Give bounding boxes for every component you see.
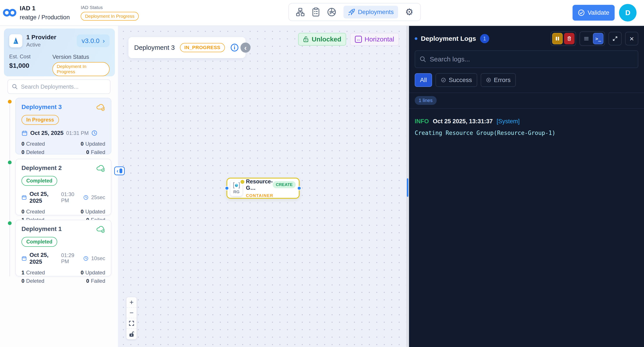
azure-provider-tile — [9, 34, 22, 47]
est-cost-value: $1,000 — [9, 62, 52, 69]
log-action-group — [550, 31, 576, 46]
expand-panel-button[interactable] — [608, 32, 622, 45]
deployment-date: Oct 25, 2025 — [29, 191, 58, 204]
timeline-line — [10, 102, 10, 276]
collapse-sidebar-button[interactable]: ‹ — [114, 166, 125, 175]
validate-button[interactable]: Validate — [572, 5, 615, 21]
provider-version-chip[interactable]: v3.0.0 › — [77, 35, 110, 47]
diagram-canvas[interactable]: Deployment 3 IN_PROGRESS ‹ Unlocked — [118, 26, 406, 347]
tab-deployments[interactable]: Deployments — [344, 6, 398, 19]
deployment-time: 01:30 PM — [61, 191, 81, 204]
trash-icon — [567, 36, 572, 41]
resource-group-abbr: RG — [233, 190, 240, 194]
plus-icon: + — [130, 298, 134, 306]
log-output[interactable]: INFO Oct 25 2025, 13:31:37 [System] Crea… — [415, 109, 638, 136]
gear-icon: ⚙ — [405, 8, 414, 17]
layout-direction-badge[interactable]: ↔ Horizontal — [350, 33, 399, 46]
infinity-icon — [3, 8, 17, 18]
lock-icon — [129, 331, 134, 337]
stat-created: 1Created — [22, 270, 63, 276]
avatar-initial: D — [625, 9, 630, 17]
info-icon[interactable] — [230, 43, 239, 52]
deployment-card-1[interactable]: Deployment 1 Completed Oct 25, 2025 01:2… — [15, 220, 111, 276]
close-icon: × — [630, 35, 634, 43]
plan-view-button[interactable] — [312, 8, 320, 17]
unlocked-label: Unlocked — [312, 36, 341, 43]
node-title: Resource-G… — [246, 178, 273, 191]
log-lines-strip: 1 lines — [409, 93, 644, 109]
live-dot-icon — [415, 37, 417, 40]
panel-resize-handle[interactable] — [407, 178, 408, 197]
search-logs-input[interactable] — [430, 56, 634, 63]
chevron-left-icon: ‹ — [244, 44, 246, 52]
stat-deleted: 0Deleted — [22, 278, 63, 284]
user-avatar[interactable]: D — [619, 4, 636, 22]
search-deployments-input[interactable] — [21, 83, 106, 90]
top-header: IAD 1 reatge / Production IAD Status Dep… — [0, 0, 644, 26]
stat-created: 0Created — [22, 209, 63, 215]
deployment-card-3[interactable]: Deployment 3 In Progress Oct 25, 2025 01… — [15, 98, 111, 154]
azure-icon — [12, 37, 20, 45]
clipboard-icon — [312, 8, 320, 17]
timeline-dot-completed — [8, 221, 12, 225]
deployments-sidebar: 1 Provider Active v3.0.0 › Est. Cost $1,… — [0, 26, 118, 347]
deployment-status-badge: In Progress — [22, 115, 59, 125]
provider-summary-card[interactable]: 1 Provider Active v3.0.0 › Est. Cost $1,… — [4, 29, 115, 76]
architecture-view-button[interactable] — [296, 8, 305, 17]
app-root: IAD 1 reatge / Production IAD Status Dep… — [0, 0, 644, 347]
tab-deployments-label: Deployments — [358, 9, 394, 16]
list-view-button[interactable] — [581, 33, 592, 44]
deployment-card-2[interactable]: Deployment 2 Completed Oct 25, 2025 01:3… — [15, 159, 111, 215]
filter-success-button[interactable]: Success — [436, 73, 477, 87]
log-source: [System] — [497, 118, 520, 125]
deployment-date: Oct 25, 2025 — [29, 252, 58, 265]
filter-all-button[interactable]: All — [415, 73, 432, 87]
filter-errors-button[interactable]: Errors — [481, 73, 516, 87]
terminal-icon: >_ — [595, 36, 601, 42]
deployment-date: Oct 25, 2025 — [30, 130, 64, 136]
view-switch-toolbar: $ Deployments ⚙ — [288, 3, 421, 21]
iad-status-block: IAD Status Deployment In Progress — [81, 5, 139, 21]
log-level: INFO — [415, 118, 429, 125]
resource-group-node[interactable]: RG Resource-G… CREATE CONTAINER — [226, 178, 300, 199]
node-connector-right[interactable] — [297, 186, 302, 190]
search-icon — [420, 56, 426, 63]
terminal-view-button[interactable]: >_ — [593, 33, 604, 44]
deployment-name: Deployment 2 — [22, 165, 62, 172]
log-timestamp: Oct 25 2025, 13:31:37 — [433, 118, 493, 125]
log-view-group: >_ — [580, 31, 605, 46]
chevron-right-icon: › — [102, 37, 105, 45]
log-message: Creating Resource Group(Resource-Group-1… — [415, 130, 638, 136]
clock-icon — [83, 195, 88, 200]
node-type-label: CONTAINER — [246, 193, 296, 198]
fit-view-button[interactable] — [126, 318, 136, 329]
deployment-name: Deployment 3 — [22, 104, 62, 111]
node-connector-left[interactable] — [225, 186, 229, 190]
zoom-out-button[interactable]: − — [126, 308, 136, 318]
collapse-deployment-header-button[interactable]: ‹ — [240, 43, 250, 53]
filter-all-label: All — [420, 77, 427, 84]
page-title: IAD 1 — [20, 5, 70, 12]
deployment-status-badge: Completed — [22, 237, 57, 247]
logs-panel-title: Deployment Logs — [421, 35, 476, 42]
panel-resize-divider[interactable] — [406, 26, 409, 347]
close-panel-button[interactable]: × — [625, 32, 638, 45]
lock-toggle-badge[interactable]: Unlocked — [298, 33, 346, 46]
horizontal-label: Horizontal — [364, 36, 394, 43]
calendar-icon — [22, 194, 27, 200]
cost-view-button[interactable]: $ — [327, 8, 336, 17]
brand-infinity-logo[interactable] — [0, 8, 20, 18]
cloud-check-icon — [96, 225, 105, 233]
calendar-icon — [22, 255, 27, 261]
cloud-check-icon — [96, 165, 105, 172]
clear-logs-button[interactable] — [564, 33, 574, 44]
check-circle-icon — [578, 9, 585, 16]
provider-count: 1 Provider — [26, 34, 77, 41]
chevron-left-icon: ‹ — [116, 168, 118, 174]
rocket-icon — [348, 8, 355, 16]
zoom-in-button[interactable]: + — [126, 297, 136, 308]
cloud-check-icon — [96, 104, 105, 111]
lock-canvas-button[interactable] — [126, 329, 136, 339]
pause-logs-button[interactable] — [552, 33, 563, 44]
settings-button[interactable]: ⚙ — [405, 8, 414, 17]
